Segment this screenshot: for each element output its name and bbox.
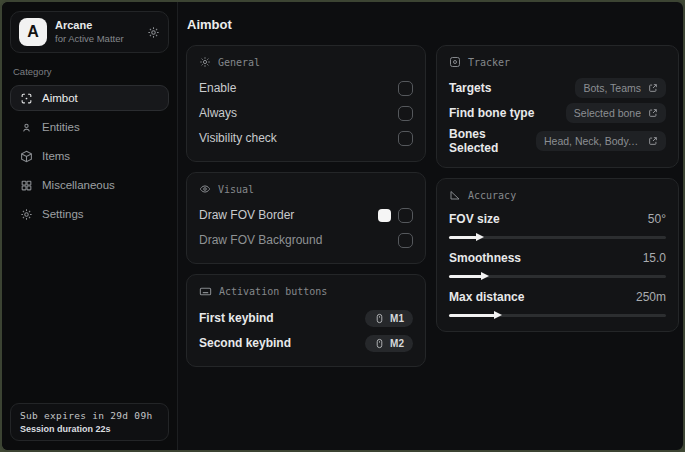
select-value: Selected bone: [574, 107, 641, 119]
activation-buttons-card: Activation buttons First keybind M1: [186, 274, 426, 367]
fov-border-color-swatch[interactable]: [378, 209, 391, 222]
setting-label: First keybind: [199, 311, 274, 325]
smoothness-slider-group: Smoothness 15.0: [449, 249, 666, 278]
card-title: Activation buttons: [219, 286, 327, 297]
slider-thumb[interactable]: [476, 233, 484, 241]
setting-label: Bones Selected: [449, 127, 536, 155]
setting-row-second-keybind: Second keybind M2: [199, 332, 413, 354]
sidebar-item-items[interactable]: Items: [10, 143, 169, 169]
category-label: Category: [13, 66, 167, 77]
sidebar-item-label: Miscellaneous: [42, 179, 115, 191]
setting-label: Enable: [199, 81, 236, 95]
card-title: Tracker: [468, 57, 510, 68]
expand-icon: [648, 108, 658, 118]
setting-row-find-bone-type: Find bone type Selected bone: [449, 102, 666, 124]
max-distance-slider[interactable]: [449, 314, 666, 317]
accuracy-card: Accuracy FOV size 50°: [436, 178, 679, 332]
expand-icon: [648, 83, 658, 93]
select-value: Head, Neck, Body, Pe...: [544, 135, 641, 147]
setting-row-draw-fov-border: Draw FOV Border: [199, 204, 413, 226]
setting-row-first-keybind: First keybind M1: [199, 307, 413, 329]
slider-value: 15.0: [643, 251, 666, 265]
targets-select[interactable]: Bots, Teams: [575, 78, 666, 98]
setting-row-enable: Enable: [199, 77, 413, 99]
tracker-card: Tracker Targets Bots, Teams: [436, 45, 679, 168]
crosshair-icon: [20, 92, 33, 105]
app-logo: A: [19, 18, 47, 46]
cube-icon: [20, 150, 33, 163]
sidebar-item-miscellaneous[interactable]: Miscellaneous: [10, 172, 169, 198]
expand-icon: [648, 136, 658, 146]
subscription-info: Sub expires in 29d 09h Session duration …: [10, 403, 169, 441]
sidebar-nav: Aimbot Entities Items: [10, 85, 169, 227]
bones-selected-select[interactable]: Head, Neck, Body, Pe...: [536, 131, 666, 151]
sidebar-item-label: Aimbot: [42, 92, 78, 104]
first-keybind-button[interactable]: M1: [365, 310, 413, 327]
mouse-icon: [374, 313, 385, 324]
slider-value: 50°: [648, 212, 666, 226]
setting-label: Max distance: [449, 290, 524, 304]
card-title: Visual: [218, 184, 254, 195]
select-value: Bots, Teams: [583, 82, 641, 94]
visibility-check-checkbox[interactable]: [398, 131, 413, 146]
slider-thumb[interactable]: [494, 311, 502, 319]
sidebar-item-settings[interactable]: Settings: [10, 201, 169, 227]
setting-label: Find bone type: [449, 106, 534, 120]
general-card: General Enable Always Visibility check: [186, 45, 426, 162]
card-title: General: [218, 57, 260, 68]
target-icon: [449, 56, 461, 68]
fov-size-slider-group: FOV size 50°: [449, 210, 666, 239]
sidebar-item-aimbot[interactable]: Aimbot: [10, 85, 169, 111]
setting-row-visibility-check: Visibility check: [199, 127, 413, 149]
visual-card: Visual Draw FOV Border Draw FOV Backgrou…: [186, 172, 426, 264]
keyboard-icon: [199, 285, 212, 298]
keybind-value: M1: [390, 313, 404, 324]
brand-card: A Arcane for Active Matter: [10, 11, 169, 53]
slider-thumb[interactable]: [481, 272, 489, 280]
card-title: Accuracy: [468, 190, 516, 201]
brand-subtitle: for Active Matter: [55, 33, 139, 45]
setting-label: Smoothness: [449, 251, 521, 265]
setting-label: Visibility check: [199, 131, 277, 145]
settings-icon: [199, 56, 211, 68]
always-checkbox[interactable]: [398, 106, 413, 121]
setting-label: Draw FOV Background: [199, 233, 322, 247]
eye-icon: [199, 183, 211, 195]
max-distance-slider-group: Max distance 250m: [449, 288, 666, 317]
gear-icon: [20, 208, 33, 221]
sidebar-item-label: Entities: [42, 121, 80, 133]
setting-label: Targets: [449, 81, 491, 95]
fov-size-slider[interactable]: [449, 236, 666, 239]
app-window: A Arcane for Active Matter Category: [0, 0, 685, 452]
brand-name: Arcane: [55, 19, 139, 33]
enable-checkbox[interactable]: [398, 81, 413, 96]
setting-label: Draw FOV Border: [199, 208, 294, 222]
draw-fov-background-checkbox[interactable]: [398, 233, 413, 248]
setting-label: Second keybind: [199, 336, 291, 350]
setting-label: FOV size: [449, 212, 500, 226]
draw-fov-border-checkbox[interactable]: [398, 208, 413, 223]
sidebar-item-entities[interactable]: Entities: [10, 114, 169, 140]
brand-text: Arcane for Active Matter: [55, 19, 139, 45]
setting-row-draw-fov-background: Draw FOV Background: [199, 229, 413, 251]
main-content: Aimbot General: [178, 2, 683, 450]
sidebar-item-label: Items: [42, 150, 70, 162]
setting-label: Always: [199, 106, 237, 120]
setting-row-targets: Targets Bots, Teams: [449, 77, 666, 99]
triangle-ruler-icon: [449, 189, 461, 201]
mouse-icon: [374, 338, 385, 349]
gear-icon[interactable]: [147, 26, 160, 39]
grid-icon: [20, 179, 33, 192]
slider-value: 250m: [636, 290, 666, 304]
smoothness-slider[interactable]: [449, 275, 666, 278]
setting-row-always: Always: [199, 102, 413, 124]
page-title: Aimbot: [187, 17, 674, 32]
sub-expires-text: Sub expires in 29d 09h: [20, 410, 159, 421]
find-bone-type-select[interactable]: Selected bone: [566, 103, 666, 123]
keybind-value: M2: [390, 338, 404, 349]
session-duration-text: Session duration 22s: [20, 424, 159, 434]
person-scan-icon: [20, 121, 33, 134]
sidebar: A Arcane for Active Matter Category: [2, 2, 178, 450]
second-keybind-button[interactable]: M2: [365, 335, 413, 352]
setting-row-bones-selected: Bones Selected Head, Neck, Body, Pe...: [449, 127, 666, 155]
